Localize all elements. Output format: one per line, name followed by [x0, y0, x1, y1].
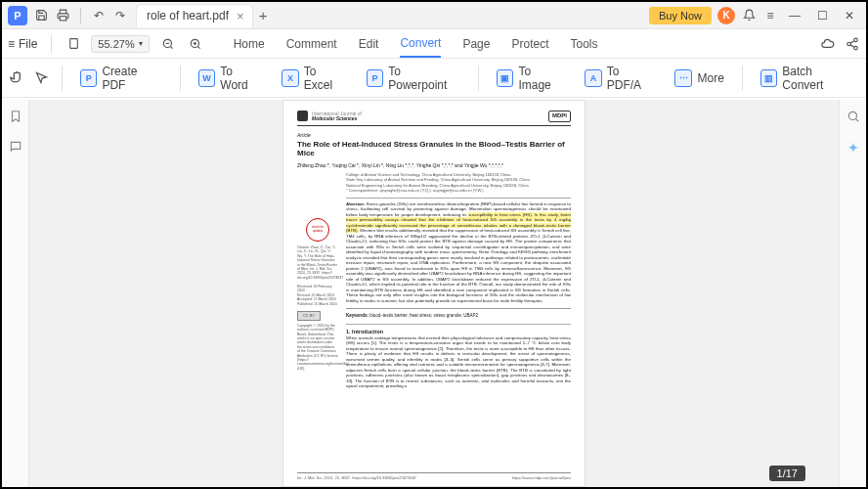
ai-sparkle-icon[interactable]: ✦	[847, 140, 859, 156]
file-label: File	[19, 37, 37, 51]
divider	[346, 198, 571, 199]
add-tab-button[interactable]: +	[259, 7, 268, 23]
ppt-icon: P	[367, 69, 384, 87]
buy-now-button[interactable]: Buy Now	[649, 7, 712, 24]
title-bar: P ↶ ↷ role of heart.pdf × + Buy Now K ≡ …	[2, 2, 866, 29]
cloud-icon[interactable]	[819, 36, 835, 52]
journal-logo-icon	[297, 111, 308, 121]
titlebar-right: Buy Now K ≡ — ☐ ✕	[649, 6, 860, 25]
to-ppt-label: To Powerpoint	[388, 65, 460, 92]
close-tab-icon[interactable]: ×	[237, 9, 244, 23]
more-icon: ⋯	[674, 69, 692, 87]
svg-point-9	[854, 38, 858, 42]
intro-text: When animals undergo temperatures that e…	[346, 335, 571, 389]
tab-comment[interactable]: Comment	[286, 31, 337, 57]
abstract: Abstract: Stress granules (SGs) are memb…	[346, 201, 571, 304]
comment-panel-icon[interactable]	[9, 140, 22, 156]
divider	[346, 324, 571, 325]
batch-label: Batch Convert	[782, 65, 854, 92]
divider	[478, 66, 479, 91]
titlebar-left: P ↶ ↷	[8, 6, 128, 25]
abstract-label: Abstract:	[346, 201, 365, 206]
page-footer: Int. J. Mol. Sci. 2024, 25, 3637. https:…	[297, 472, 571, 480]
article-title: The Role of Heat-Induced Stress Granules…	[297, 140, 571, 158]
create-pdf-label: Create PDF	[102, 65, 161, 92]
search-icon[interactable]	[846, 110, 860, 126]
tab-convert[interactable]: Convert	[400, 30, 441, 58]
zoom-out-button[interactable]	[159, 35, 177, 53]
right-rail: ✦	[839, 100, 866, 487]
authors: Zhifeng Zhao *, Yuqing Cai *, Xinyi Lin …	[297, 162, 571, 168]
print-icon[interactable]	[55, 8, 70, 23]
page-canvas[interactable]: International Journal of Molecular Scien…	[29, 100, 839, 487]
divider	[180, 66, 181, 91]
to-powerpoint-button[interactable]: PTo Powerpoint	[361, 61, 466, 96]
word-icon: W	[198, 69, 215, 87]
to-excel-button[interactable]: XTo Excel	[276, 61, 352, 96]
article-sidebar: check for updates Citation: Zhao, Z.; Ca…	[297, 218, 338, 371]
license-text: Copyright: © 2024 by the authors. Licens…	[297, 324, 338, 371]
maximize-button[interactable]: ☐	[811, 6, 833, 25]
svg-rect-1	[70, 39, 78, 49]
file-menu-button[interactable]: ≡File	[8, 37, 37, 51]
menu-icon[interactable]: ≡	[762, 8, 778, 23]
svg-rect-0	[60, 17, 66, 21]
menu-tabs: Home Comment Edit Convert Page Protect T…	[234, 30, 598, 58]
document-icon[interactable]	[65, 36, 81, 52]
batch-convert-button[interactable]: ▥Batch Convert	[755, 61, 860, 96]
more-button[interactable]: ⋯More	[669, 66, 729, 91]
document-tab[interactable]: role of heart.pdf ×	[136, 4, 253, 27]
left-rail	[2, 100, 29, 487]
zoom-level[interactable]: 55.27% ▾	[91, 35, 149, 53]
bookmark-icon[interactable]	[9, 110, 22, 126]
pdfa-icon: A	[585, 69, 602, 87]
hand-tool-icon[interactable]	[8, 69, 24, 87]
create-pdf-button[interactable]: PCreate PDF	[74, 61, 168, 96]
select-tool-icon[interactable]	[32, 69, 49, 87]
minimize-button[interactable]: —	[784, 6, 805, 25]
app-logo-icon[interactable]: P	[8, 6, 27, 25]
to-image-button[interactable]: ▣To Image	[491, 61, 571, 96]
publisher-badge: MDPI	[548, 111, 571, 122]
keywords: Keywords: blood–testis barrier; heat str…	[346, 308, 571, 319]
close-window-button[interactable]: ✕	[839, 6, 860, 25]
affiliations: College of Animal Science and Technology…	[346, 172, 571, 193]
svg-line-15	[855, 118, 858, 121]
tab-tools[interactable]: Tools	[570, 31, 597, 57]
footer-right: https://www.mdpi.com/journal/ijms	[512, 475, 571, 480]
svg-point-10	[847, 42, 851, 46]
redo-icon[interactable]: ↷	[112, 8, 128, 23]
tab-edit[interactable]: Edit	[359, 31, 379, 57]
to-excel-label: To Excel	[304, 65, 347, 92]
more-label: More	[697, 71, 723, 85]
to-pdfa-button[interactable]: ATo PDF/A	[579, 61, 661, 96]
save-icon[interactable]	[33, 8, 49, 23]
keywords-label: Keywords:	[346, 313, 369, 318]
tab-page[interactable]: Page	[462, 31, 490, 57]
ribbon-toolbar: PCreate PDF WTo Word XTo Excel PTo Power…	[2, 59, 866, 98]
page-header: International Journal of Molecular Scien…	[297, 111, 571, 126]
zoom-in-button[interactable]	[187, 35, 204, 53]
undo-icon[interactable]: ↶	[91, 8, 107, 23]
divider	[62, 66, 63, 91]
intro-heading: 1. Introduction	[346, 329, 571, 335]
abstract-post: Western blot results additionally reveal…	[346, 228, 571, 303]
to-image-label: To Image	[518, 65, 565, 92]
svg-line-8	[197, 46, 199, 48]
create-pdf-icon: P	[80, 69, 98, 87]
bell-icon[interactable]	[741, 8, 757, 23]
user-avatar[interactable]: K	[717, 7, 735, 24]
check-updates-icon: check for updates	[306, 218, 329, 242]
tab-home[interactable]: Home	[234, 31, 265, 57]
journal-name: Molecular Sciences	[312, 116, 362, 121]
page-indicator[interactable]: 1/17	[769, 466, 805, 481]
chevron-down-icon[interactable]: ▾	[139, 39, 143, 48]
to-pdfa-label: To PDF/A	[607, 65, 656, 92]
to-word-button[interactable]: WTo Word	[193, 61, 269, 96]
svg-line-13	[850, 44, 854, 46]
svg-point-14	[848, 111, 856, 119]
to-word-label: To Word	[220, 65, 262, 92]
tab-protect[interactable]: Protect	[511, 31, 548, 57]
cc-license-icon: CC BY	[297, 311, 321, 321]
share-icon[interactable]	[845, 36, 860, 52]
